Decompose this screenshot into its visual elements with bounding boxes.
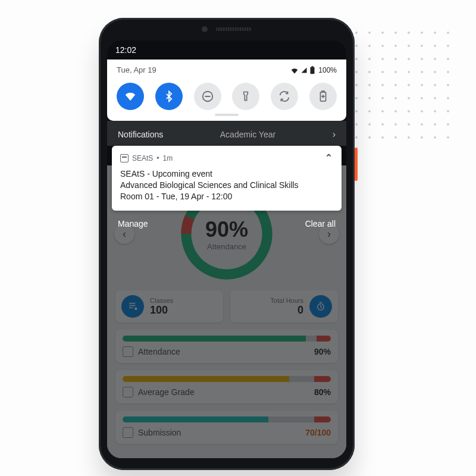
notification-age: 1m — [163, 154, 173, 162]
flashlight-tile[interactable] — [232, 83, 259, 110]
wifi-icon — [290, 67, 299, 74]
collapse-icon[interactable]: ⌃ — [324, 152, 333, 165]
bluetooth-tile[interactable] — [155, 83, 183, 110]
notification-line2: Advanced Biological Sciences and Clinica… — [120, 180, 333, 191]
rotate-tile[interactable] — [271, 83, 298, 110]
bluetooth-icon — [163, 90, 175, 102]
notifications-title: Notifications — [118, 130, 163, 139]
qs-drag-handle[interactable] — [215, 114, 239, 116]
notifications-header: Notifications Academic Year › — [107, 121, 346, 146]
calendar-icon — [120, 154, 129, 162]
rotate-icon — [278, 90, 291, 103]
manage-notifications-button[interactable]: Manage — [118, 219, 148, 228]
dnd-icon — [201, 90, 214, 103]
power-button — [355, 148, 358, 181]
status-icons: 100% — [290, 66, 337, 74]
flashlight-icon — [240, 90, 252, 102]
svg-rect-5 — [311, 67, 315, 74]
phone-earpiece — [202, 26, 252, 32]
svg-rect-6 — [312, 66, 314, 67]
wifi-tile[interactable] — [117, 83, 144, 110]
speaker-grill — [216, 27, 252, 31]
battery-icon — [309, 66, 315, 74]
notification-card[interactable]: SEAtS • 1m ⌃ SEAtS - Upcoming event Adva… — [112, 146, 342, 211]
quick-settings-panel[interactable]: Tue, Apr 19 100% — [107, 60, 346, 121]
chevron-right-icon: › — [333, 129, 336, 140]
qs-date: Tue, Apr 19 — [117, 65, 156, 74]
phone-screen: ‹ 90% Attendance › Cl — [107, 40, 346, 458]
notification-app-name: SEAtS — [132, 154, 153, 162]
battery-saver-icon — [318, 90, 328, 102]
status-bar: 12:02 — [107, 40, 346, 60]
front-camera — [202, 26, 208, 32]
wifi-icon — [124, 90, 137, 103]
background-tab-label: Academic Year — [220, 130, 275, 139]
battery-saver-tile[interactable] — [309, 83, 337, 110]
clear-all-button[interactable]: Clear all — [305, 219, 336, 228]
notification-title: SEAtS - Upcoming event — [120, 168, 333, 180]
dnd-tile[interactable] — [194, 83, 221, 110]
phone-frame: ‹ 90% Attendance › Cl — [99, 18, 355, 470]
clock: 12:02 — [115, 45, 136, 55]
battery-percent: 100% — [318, 66, 337, 74]
notification-line3: Room 01 - Tue, 19 Apr - 12:00 — [120, 191, 333, 202]
signal-icon — [300, 67, 308, 74]
